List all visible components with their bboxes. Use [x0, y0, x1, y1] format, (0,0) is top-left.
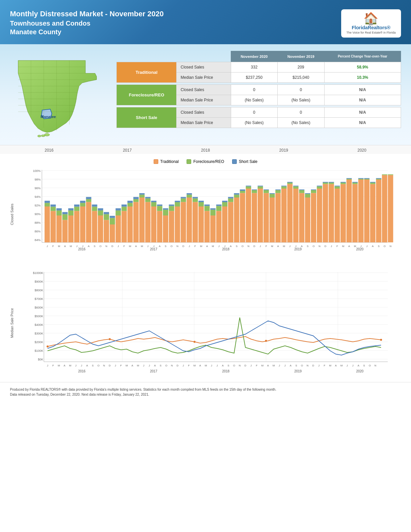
svg-text:J: J — [149, 364, 150, 367]
value-2020: $237,250 — [231, 72, 277, 83]
svg-rect-86 — [133, 197, 139, 199]
svg-rect-129 — [222, 206, 227, 242]
svg-rect-161 — [281, 186, 287, 186]
svg-text:2018: 2018 — [222, 247, 230, 251]
svg-text:J: J — [331, 245, 332, 248]
svg-text:D: D — [312, 364, 314, 367]
metric-label: Median Sale Price — [177, 118, 231, 128]
svg-rect-177 — [317, 189, 322, 242]
svg-rect-162 — [287, 184, 293, 243]
value-2019: (No Sales) — [278, 95, 324, 105]
florida-realtors-logo: 🏠 FloridaRealtors® The Voice for Real Es… — [341, 9, 401, 38]
svg-text:A: A — [290, 364, 292, 367]
value-2020: 332 — [231, 62, 277, 72]
svg-text:98%: 98% — [35, 178, 41, 181]
pct-change: 10.3% — [324, 72, 401, 83]
svg-rect-133 — [228, 199, 233, 202]
footer-line1: Produced by Florida REALTORS® with data … — [10, 387, 401, 392]
svg-text:A: A — [135, 245, 137, 248]
svg-text:M: M — [205, 364, 207, 367]
svg-text:O: O — [171, 245, 173, 248]
svg-rect-100 — [163, 210, 168, 215]
svg-text:88%: 88% — [35, 221, 41, 224]
svg-rect-193 — [346, 179, 352, 180]
svg-rect-188 — [335, 186, 340, 186]
svg-rect-51 — [68, 215, 73, 242]
svg-text:S: S — [363, 364, 365, 367]
svg-text:M: M — [342, 245, 344, 248]
svg-rect-82 — [127, 203, 133, 206]
svg-text:J: J — [318, 364, 320, 367]
col-nov2019: November 2019 — [278, 51, 324, 62]
svg-text:S: S — [94, 245, 95, 248]
svg-text:J: J — [143, 364, 144, 367]
metric-label: Closed Sales — [177, 62, 231, 72]
traditional-swatch — [154, 159, 158, 164]
logo-name: FloridaRealtors® — [352, 25, 390, 30]
svg-text:A: A — [86, 364, 88, 367]
line-chart-wrapper: Median Sale Price $1000K $900K $800K $70… — [10, 269, 401, 377]
svg-rect-70 — [104, 214, 109, 220]
year-2017: 2017 — [123, 148, 132, 153]
pct-change: N/A — [324, 85, 401, 95]
svg-text:A: A — [357, 364, 359, 367]
svg-text:J: J — [366, 245, 367, 248]
svg-rect-170 — [299, 190, 304, 190]
svg-text:M: M — [341, 364, 343, 367]
value-2019: (No Sales) — [278, 118, 324, 128]
svg-text:J: J — [183, 364, 184, 367]
svg-rect-42 — [51, 211, 56, 243]
svg-rect-103 — [169, 206, 174, 211]
metric-label: Closed Sales — [177, 107, 231, 118]
svg-rect-178 — [317, 187, 322, 189]
svg-rect-200 — [358, 178, 363, 179]
bar-chart-svg: 100% 98% 96% 94% 92% 90% 88% 86% 84% — [15, 167, 401, 260]
svg-text:S: S — [378, 245, 379, 248]
logo-icon: 🏠 — [363, 13, 378, 25]
svg-rect-44 — [51, 204, 56, 206]
svg-rect-67 — [98, 210, 103, 215]
metric-label: Median Sale Price — [177, 72, 231, 83]
svg-text:J: J — [75, 364, 76, 367]
svg-rect-139 — [240, 191, 245, 193]
svg-text:86%: 86% — [35, 230, 41, 233]
svg-rect-53 — [68, 208, 73, 210]
svg-point-307 — [109, 338, 111, 340]
svg-rect-117 — [199, 206, 204, 242]
svg-text:$200K: $200K — [35, 340, 43, 344]
svg-rect-144 — [252, 193, 257, 243]
svg-text:M: M — [273, 364, 275, 367]
svg-text:M: M — [329, 364, 332, 367]
svg-rect-148 — [258, 187, 263, 189]
col-empty2 — [177, 51, 231, 62]
svg-rect-164 — [287, 182, 293, 183]
svg-rect-158 — [275, 190, 281, 190]
value-2020: 0 — [231, 107, 277, 118]
svg-rect-78 — [121, 211, 127, 243]
svg-text:S: S — [165, 245, 166, 248]
svg-rect-136 — [234, 195, 239, 198]
shortsale-line — [48, 321, 381, 355]
svg-rect-84 — [133, 202, 139, 243]
svg-text:2019: 2019 — [294, 247, 302, 251]
svg-text:$800K: $800K — [35, 289, 43, 292]
svg-rect-163 — [287, 183, 293, 184]
svg-rect-182 — [323, 182, 328, 183]
svg-text:J: J — [284, 364, 286, 367]
svg-rect-203 — [364, 178, 369, 179]
svg-rect-212 — [388, 175, 393, 243]
svg-text:S: S — [236, 245, 237, 248]
svg-rect-150 — [264, 193, 269, 243]
svg-rect-168 — [299, 193, 304, 243]
foreclosure-swatch — [187, 159, 191, 164]
svg-text:$600K: $600K — [35, 306, 43, 309]
svg-rect-121 — [205, 206, 210, 211]
svg-text:F: F — [120, 364, 122, 367]
svg-rect-41 — [45, 201, 50, 203]
florida-map: Manatee — [10, 51, 106, 137]
svg-rect-190 — [341, 183, 346, 184]
svg-rect-77 — [116, 208, 121, 210]
svg-rect-45 — [57, 215, 62, 242]
svg-marker-0 — [18, 61, 97, 133]
map-table-section: Manatee November 2020 November 2019 Perc… — [0, 44, 411, 145]
